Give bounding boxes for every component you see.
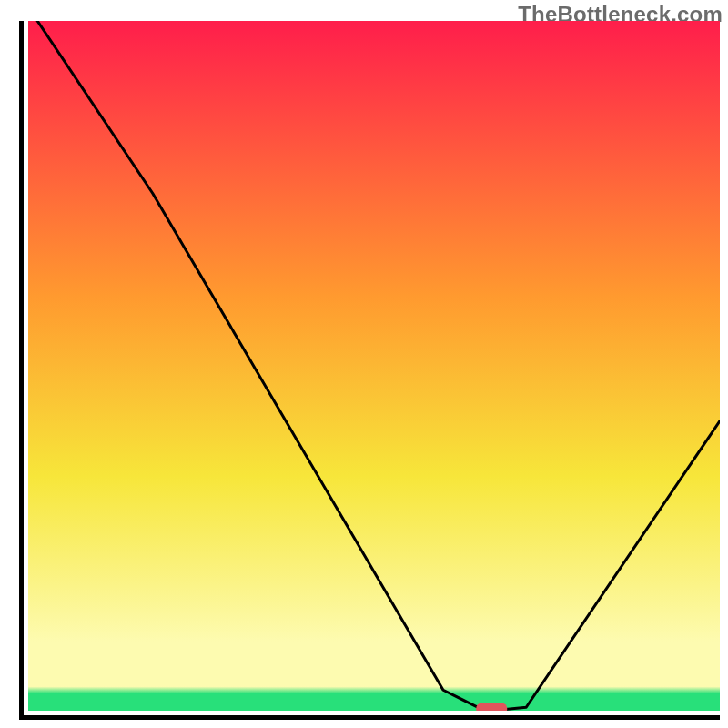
- optimal-point-marker: [476, 703, 507, 711]
- chart-container: TheBottleneck.com: [0, 0, 728, 728]
- plot-svg-wrap: [28, 21, 720, 711]
- gradient-background: [28, 21, 720, 711]
- plot-area: [19, 21, 720, 720]
- chart-svg: [28, 21, 720, 711]
